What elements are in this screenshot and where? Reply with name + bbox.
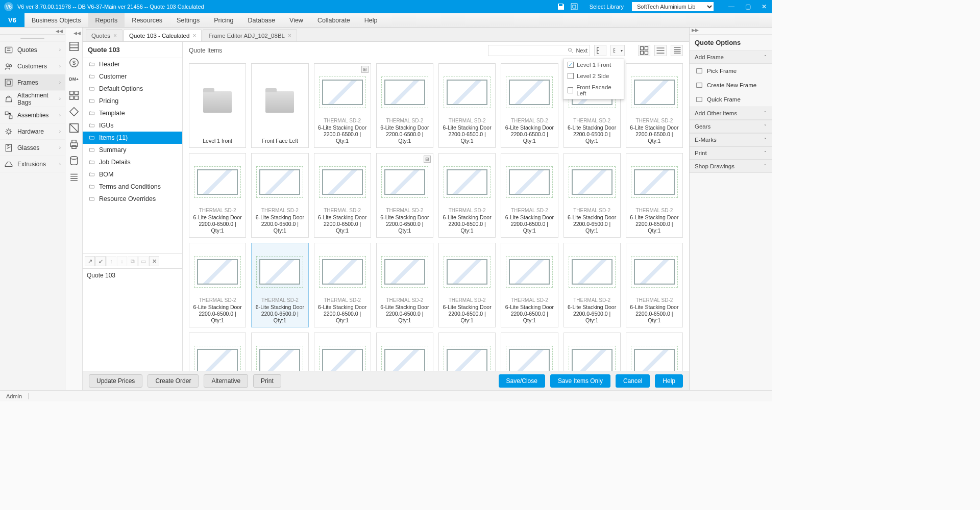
update-prices-button[interactable]: Update Prices <box>89 374 142 388</box>
panel-section[interactable]: Add Frame˄ <box>690 50 772 64</box>
panel-section[interactable]: Shop Drawings˅ <box>690 160 772 173</box>
item-card[interactable]: THERMAL SD-26-Lite Stacking Door2200.0-6… <box>189 243 246 327</box>
menu-pricing[interactable]: Pricing <box>207 13 240 27</box>
search-box[interactable]: Next <box>488 45 590 56</box>
nav-hardware[interactable]: Hardware› <box>0 123 65 140</box>
tree-delete-icon[interactable]: ✕ <box>149 256 159 266</box>
nav-attachment-bags[interactable]: Attachment Bags› <box>0 91 65 107</box>
brand-badge[interactable]: V6 <box>0 13 24 27</box>
item-card[interactable]: THERMAL SD-26-Lite Stacking Door2200.0-6… <box>314 333 371 371</box>
item-card[interactable]: THERMAL SD-26-Lite Stacking Door2200.0-6… <box>626 243 683 327</box>
menu-view[interactable]: View <box>282 13 310 27</box>
next-label[interactable]: Next <box>576 47 587 54</box>
rail-icon-dm[interactable]: DM+ <box>68 73 80 85</box>
nav-glasses[interactable]: Glasses› <box>0 140 65 156</box>
save-close-button[interactable]: Save/Close <box>499 374 545 388</box>
tab-close-icon[interactable]: × <box>113 32 117 39</box>
panel-section[interactable]: Gears˅ <box>690 120 772 133</box>
nav-quotes[interactable]: Quotes› <box>0 42 65 58</box>
item-card[interactable]: THERMAL SD-26-Lite Stacking Door2200.0-6… <box>438 63 496 148</box>
tree-item[interactable]: Pricing <box>83 95 182 107</box>
sidebar-collapse-icon[interactable]: ◀◀ <box>0 28 65 35</box>
tree-edit-icon[interactable]: ▭ <box>138 256 149 266</box>
menu-reports[interactable]: Reports <box>88 13 125 27</box>
panel-section[interactable]: Print˅ <box>690 146 772 160</box>
tree-expand-out-icon[interactable]: ↗ <box>85 256 95 266</box>
item-card[interactable]: THERMAL SD-26-Lite Stacking Door2200.0-6… <box>189 153 246 238</box>
item-card[interactable]: THERMAL SD-26-Lite Stacking Door2200.0-6… <box>501 153 558 238</box>
item-card[interactable]: THERMAL SD-26-Lite Stacking Door2200.0-6… <box>626 63 683 148</box>
close-icon[interactable]: ✕ <box>761 3 768 10</box>
item-card[interactable]: ⊞THERMAL SD-26-Lite Stacking Door2200.0-… <box>376 153 433 238</box>
tab[interactable]: Quote 103 - Calculated× <box>124 29 202 41</box>
nav-extrusions[interactable]: Extrusions› <box>0 156 65 172</box>
tree-down-icon[interactable]: ↓ <box>117 256 127 266</box>
item-card[interactable]: THERMAL SD-26-Lite Stacking Door2200.0-6… <box>251 243 308 327</box>
item-card[interactable]: THERMAL SD-26-Lite Stacking Door2200.0-6… <box>314 153 371 238</box>
checkbox-icon[interactable]: ✓ <box>568 62 574 68</box>
group-dropdown[interactable]: ▾ ✓Level 1 FrontLevel 2 SideFront Facade… <box>610 45 625 56</box>
tree-root[interactable]: Quote 103 <box>83 269 182 371</box>
item-card[interactable]: THERMAL SD-26-Lite Stacking Door2200.0-6… <box>438 333 496 371</box>
tree-item[interactable]: Terms and Conditions <box>83 181 182 193</box>
save-icon[interactable] <box>557 3 565 11</box>
item-card[interactable]: THERMAL SD-26-Lite Stacking Door2200.0-6… <box>189 333 246 371</box>
search-icon[interactable] <box>568 47 574 54</box>
tree-collapse-in-icon[interactable]: ↙ <box>95 256 106 266</box>
search-input[interactable] <box>491 47 566 54</box>
item-card[interactable]: ⊞THERMAL SD-26-Lite Stacking Door2200.0-… <box>314 63 371 148</box>
panel-action[interactable]: Pick Frame <box>690 64 772 78</box>
view-detail-icon[interactable] <box>671 45 683 56</box>
tree-item[interactable]: Template <box>83 107 182 119</box>
item-card[interactable]: THERMAL SD-26-Lite Stacking Door2200.0-6… <box>501 243 558 327</box>
tab[interactable]: Quotes× <box>86 29 122 41</box>
panel-section[interactable]: E-Marks˅ <box>690 133 772 146</box>
menu-resources[interactable]: Resources <box>125 13 169 27</box>
menu-settings[interactable]: Settings <box>169 13 207 27</box>
tree-item[interactable]: Default Options <box>83 83 182 95</box>
tree-view-icon[interactable] <box>594 45 606 56</box>
item-card[interactable]: THERMAL SD-26-Lite Stacking Door2200.0-6… <box>501 333 558 371</box>
tree-up-icon[interactable]: ↑ <box>106 256 116 266</box>
tree-copy-icon[interactable]: ⧉ <box>128 256 138 266</box>
item-card[interactable]: THERMAL SD-26-Lite Stacking Door2200.0-6… <box>626 333 683 371</box>
rail-icon-db[interactable] <box>68 155 80 166</box>
library-select[interactable]: SoftTech Aluminium Library <box>632 2 714 11</box>
panel-action[interactable]: Create New Frame <box>690 78 772 92</box>
view-list-icon[interactable] <box>654 45 667 56</box>
tree-item[interactable]: Items (11) <box>83 132 182 144</box>
tab[interactable]: Frame Editor ADJ_102_08BL× <box>203 29 297 41</box>
tab-close-icon[interactable]: × <box>288 32 291 39</box>
panel-section[interactable]: Add Other items˅ <box>690 107 772 120</box>
panel-action[interactable]: Quick Frame <box>690 92 772 107</box>
minimize-icon[interactable]: — <box>728 3 735 10</box>
cancel-button[interactable]: Cancel <box>616 374 650 388</box>
item-card[interactable]: THERMAL SD-26-Lite Stacking Door2200.0-6… <box>376 333 433 371</box>
checkbox-icon[interactable] <box>568 87 573 93</box>
folder-card[interactable]: Front Face Left <box>251 63 308 148</box>
item-card[interactable]: THERMAL SD-26-Lite Stacking Door2200.0-6… <box>314 243 371 327</box>
nav-frames[interactable]: Frames› <box>0 74 65 91</box>
item-card[interactable]: THERMAL SD-26-Lite Stacking Door2200.0-6… <box>376 63 433 148</box>
menu-business-objects[interactable]: Business Objects <box>24 13 88 27</box>
item-card[interactable]: THERMAL SD-26-Lite Stacking Door2200.0-6… <box>564 333 621 371</box>
item-card[interactable]: THERMAL SD-26-Lite Stacking Door2200.0-6… <box>251 153 308 238</box>
rail-icon-grid[interactable] <box>68 90 80 101</box>
rail-icon-list[interactable] <box>68 41 80 52</box>
rail-icon-box[interactable] <box>68 122 80 134</box>
menu-help[interactable]: Help <box>357 13 385 27</box>
menu-database[interactable]: Database <box>241 13 283 27</box>
tree-item[interactable]: Summary <box>83 144 182 156</box>
item-card[interactable]: THERMAL SD-26-Lite Stacking Door2200.0-6… <box>501 63 558 148</box>
folder-card[interactable]: Level 1 front <box>189 63 246 148</box>
tree-item[interactable]: BOM <box>83 168 182 181</box>
right-panel-collapse-icon[interactable]: ▶▶ <box>690 28 772 35</box>
rail-icon-diamond[interactable] <box>68 106 80 117</box>
sidebar-grip[interactable] <box>0 35 65 42</box>
save-items-only-button[interactable]: Save Items Only <box>550 374 610 388</box>
popup-item[interactable]: Level 2 Side <box>564 70 624 82</box>
item-card[interactable]: THERMAL SD-26-Lite Stacking Door2200.0-6… <box>564 153 621 238</box>
popup-item[interactable]: ✓Level 1 Front <box>564 59 624 70</box>
item-card[interactable]: THERMAL SD-26-Lite Stacking Door2200.0-6… <box>251 333 308 371</box>
item-card[interactable]: THERMAL SD-26-Lite Stacking Door2200.0-6… <box>626 153 683 238</box>
